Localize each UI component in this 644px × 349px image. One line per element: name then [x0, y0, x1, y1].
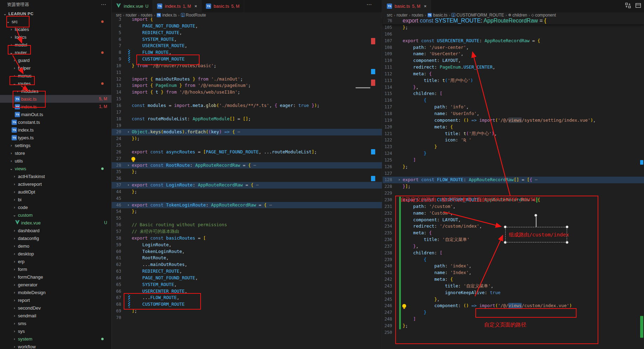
code-line-231[interactable]: 231 path: '/custom', [383, 203, 644, 210]
code-line-18[interactable]: 18const routeModuleList: AppRouteModule[… [112, 116, 382, 122]
code-line-106[interactable]: 106 [383, 31, 644, 38]
tree-item-router[interactable]: ⌄router [0, 49, 111, 56]
code-line-245[interactable]: 245 }, [383, 296, 644, 303]
tree-item-guard[interactable]: ›guard [0, 56, 111, 64]
tree-item-utils[interactable]: ›utils [0, 157, 111, 165]
code-line-7[interactable]: 7 USERCENTER_ROUTE, [112, 43, 382, 49]
tree-item-workflow[interactable]: ›workflow [0, 343, 111, 349]
code-line-243[interactable]: 243 title: '自定义菜单', [383, 283, 644, 290]
tree-item-secondDev[interactable]: ›secondDev [0, 304, 111, 312]
tree-item-helper[interactable]: ›helper [0, 64, 111, 72]
code-line-17[interactable]: 17 [112, 109, 382, 116]
tree-item-system[interactable]: ›system [0, 335, 111, 343]
tree-item-formChange[interactable]: ›formChange [0, 273, 111, 281]
code-line-113[interactable]: 113 title: t('用户中心') [383, 77, 644, 84]
code-line-14[interactable]: 14import { t } from '/@/hooks/web/useI18… [112, 89, 382, 96]
tree-item-custom[interactable]: ⌄custom [0, 211, 111, 219]
fold-chevron-icon[interactable]: › [398, 177, 401, 183]
code-line-244[interactable]: 244 ignoreKeepAlive: true [383, 290, 644, 296]
tree-item-menus[interactable]: ›menus [0, 72, 111, 80]
tree-item-routes[interactable]: ⌄routes [0, 80, 111, 87]
code-line-123[interactable]: 123 } [383, 144, 644, 150]
tab-basic.ts[interactable]: TSbasic.ts5, M× [383, 0, 431, 12]
scrollbar-handle[interactable] [356, 87, 370, 88]
code-line-65[interactable]: 65 SYSTEM_ROUTE, [112, 281, 382, 288]
breadcrumb-item-children[interactable]: ⚙children [508, 13, 527, 18]
code-line-111[interactable]: 111 redirect: PageEnum.USER_CENTER, [383, 64, 644, 71]
code-line-66[interactable]: 66 USERCENTER_ROUTE, [112, 288, 382, 295]
code-line-233[interactable]: 233 component: LAYOUT, [383, 217, 644, 223]
code-line-240[interactable]: 240 path: 'index', [383, 263, 644, 269]
code-line-76[interactable]: 76export const SYSTEM_ROUTE: AppRouteRec… [383, 18, 644, 24]
code-line-56[interactable]: 56// Basic routing without permissions [112, 222, 382, 228]
code-line-35[interactable]: 35}; [112, 169, 382, 175]
code-line-37[interactable]: 37›export const LoginRoute: AppRouteReco… [112, 182, 382, 189]
code-line-118[interactable]: 118 name: 'UserInfo', [383, 110, 644, 117]
tree-item-auditOpt[interactable]: ›auditOpt [0, 188, 111, 196]
fold-chevron-icon[interactable]: › [127, 182, 130, 189]
code-line-128[interactable]: 128›export const FLOW_ROUTE: AppRouteRec… [383, 177, 644, 183]
tree-item-views[interactable]: ⌄views [0, 165, 111, 172]
code-line-250[interactable]: 250 [383, 329, 644, 336]
code-line-116[interactable]: 116 { [383, 97, 644, 104]
code-line-241[interactable]: 241 name: 'Index', [383, 269, 644, 276]
code-line-8[interactable]: 8 FLOW_ROUTE, [112, 49, 382, 56]
code-line-239[interactable]: 239 { [383, 256, 644, 263]
breadcrumb-item-component[interactable]: ◇component [531, 13, 556, 18]
breadcrumb-item-routes[interactable]: routes [141, 13, 152, 18]
code-line-67[interactable]: 67 ...FLOW_ROUTE, [112, 294, 382, 301]
tree-item-form[interactable]: ›form [0, 265, 111, 273]
code-line-45[interactable]: 45 [112, 195, 382, 202]
code-line-61[interactable]: 61 RootRoute, [112, 255, 382, 261]
tree-item-types.ts[interactable]: TStypes.ts [0, 134, 111, 141]
code-line-20[interactable]: 20›Object.keys(modules).forEach((key) =>… [112, 129, 382, 135]
breadcrumb-item-router[interactable]: router [126, 13, 137, 18]
tree-item-settings[interactable]: ›settings [0, 141, 111, 149]
tree-item-logics[interactable]: ›logics [0, 33, 111, 41]
code-line-232[interactable]: 232 name: 'Custom', [383, 210, 644, 217]
code-line-28[interactable]: 28›export const RootRoute: AppRouteRecor… [112, 162, 382, 169]
code-line-115[interactable]: 115 children: [ [383, 90, 644, 97]
code-line-228[interactable]: 228}]; [383, 183, 644, 190]
code-line-119[interactable]: 119 component: () => import('/@/views/sy… [383, 117, 644, 124]
tree-item-model[interactable]: ›model [0, 41, 111, 49]
tree-item-basic.ts[interactable]: TSbasic.ts5, M [0, 95, 111, 103]
breadcrumb-item-src[interactable]: src [387, 13, 392, 18]
tree-item-constant.ts[interactable]: TSconstant.ts [0, 118, 111, 126]
tree-item-locales[interactable]: ›locales [0, 25, 111, 33]
code-line-70[interactable]: 70 [112, 315, 382, 321]
breadcrumb-item-router[interactable]: router [397, 13, 408, 18]
code-line-13[interactable]: 13import { PageEnum } from '/@/enums/pag… [112, 82, 382, 89]
close-icon[interactable]: × [424, 4, 427, 9]
code-line-36[interactable]: 36 [112, 175, 382, 182]
code-line-10[interactable]: 10} from '/@/router/routes/basic'; [112, 63, 382, 69]
code-line-46[interactable]: 46›export const TokenLoginRoute: AppRout… [112, 202, 382, 209]
fold-chevron-icon[interactable]: › [127, 162, 130, 169]
code-line-54[interactable]: 54}; [112, 208, 382, 215]
toggle-layout-icon[interactable] [635, 2, 641, 8]
annotation-resize-handle[interactable] [504, 226, 507, 228]
code-line-247[interactable]: 247 } [383, 309, 644, 316]
code-line-68[interactable]: 68 CUSTOMFORM_ROUTE [112, 301, 382, 308]
tree-item-index.ts[interactable]: TSindex.ts1, M [0, 103, 111, 110]
tree-item-demo[interactable]: ›demo [0, 242, 111, 250]
tree-item-mobileDesign[interactable]: ›mobileDesign [0, 288, 111, 296]
code-line-16[interactable]: 16const modules = import.meta.glob('./mo… [112, 102, 382, 109]
code-line-107[interactable]: 107export const USERCENTER_ROUTE: AppRou… [383, 38, 644, 44]
tree-item-code[interactable]: ›code [0, 203, 111, 211]
tree-item-src[interactable]: ⌄src [0, 18, 111, 25]
tree-item-erp[interactable]: ›erp [0, 258, 111, 265]
code-line-60[interactable]: 60 TokenLoginRoute, [112, 248, 382, 255]
code-line-242[interactable]: 242 meta: { [383, 276, 644, 283]
breadcrumb-item-RootRoute[interactable]: {}RootRoute [181, 13, 206, 18]
code-line-229[interactable]: 229 [383, 190, 644, 197]
annotation-resize-handle[interactable] [504, 241, 507, 244]
tree-item-desktop[interactable]: ›desktop [0, 250, 111, 258]
code-line-109[interactable]: 109 name: 'UserCenter', [383, 51, 644, 57]
annotation-textbox[interactable]: 组成路由/custom/index [505, 227, 567, 242]
code-line-121[interactable]: 121 title: t('用户中心'), [383, 131, 644, 137]
tree-item-dataconfig[interactable]: ›dataconfig [0, 234, 111, 242]
code-line-26[interactable]: 26export const asyncRoutes = [PAGE_NOT_F… [112, 149, 382, 156]
code-line-117[interactable]: 117 path: 'info', [383, 104, 644, 110]
code-line-27[interactable]: 27 [112, 156, 382, 162]
